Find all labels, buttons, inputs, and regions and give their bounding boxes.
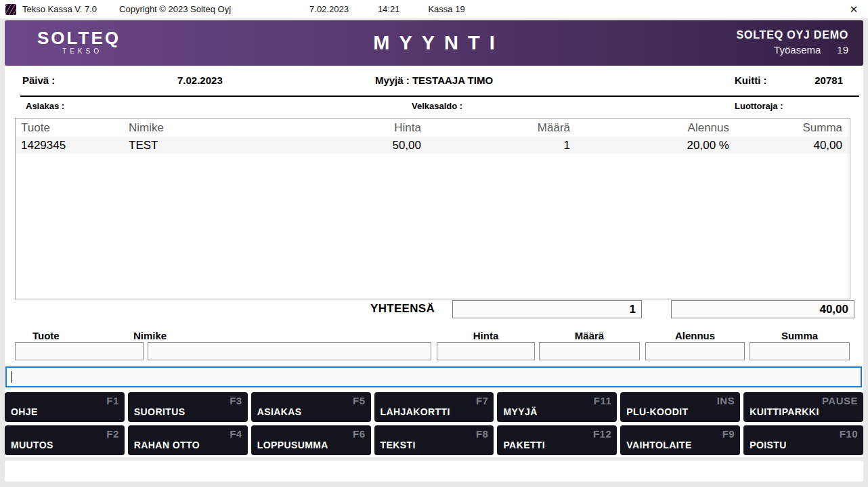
entry-label-summa: Summa xyxy=(750,330,850,341)
seller-label: Myyjä : xyxy=(375,75,410,86)
entry-label-alennus: Alennus xyxy=(645,330,745,341)
text-caret xyxy=(11,371,12,383)
button-suoritus[interactable]: F3 SUORITUS xyxy=(128,392,248,422)
fkey-badge: PAUSE xyxy=(822,395,858,406)
customer-label: Asiakas : xyxy=(26,101,64,111)
cell-quantity: 1 xyxy=(422,139,571,152)
button-asiakas[interactable]: F5 ASIAKAS xyxy=(251,392,371,422)
date-label: Päivä : xyxy=(22,75,55,86)
fkey-badge: F5 xyxy=(353,395,366,406)
credit-limit-label: Luottoraja : xyxy=(735,101,783,111)
entry-label-maara: Määrä xyxy=(539,330,640,341)
button-kuittiparkki[interactable]: PAUSE KUITTIPARKKI xyxy=(743,392,863,422)
button-paketti[interactable]: F12 PAKETTI xyxy=(497,425,617,455)
total-quantity-box: 1 xyxy=(452,300,642,318)
fkey-badge: F3 xyxy=(230,395,242,406)
sum-input[interactable] xyxy=(750,342,850,360)
debt-balance-label: Velkasaldo : xyxy=(412,101,462,111)
product-code-input[interactable] xyxy=(15,342,144,360)
button-ohje[interactable]: F1 OHJE xyxy=(5,392,125,422)
table-row[interactable]: 1429345 TEST 50,00 1 20,00 % 40,00 xyxy=(16,137,850,154)
fkey-badge: F1 xyxy=(106,395,119,406)
app-logo-icon xyxy=(5,4,16,15)
button-poistu[interactable]: F10 POISTU xyxy=(743,425,863,455)
workstation-label: Työasema xyxy=(774,44,821,56)
titlebar-time: 14:21 xyxy=(378,4,400,14)
cell-sum: 40,00 xyxy=(731,139,850,152)
fkey-badge: F9 xyxy=(722,428,735,440)
product-name-input[interactable] xyxy=(148,342,431,360)
fkey-badge: INS xyxy=(717,395,735,406)
total-label: YHTEENSÄ xyxy=(370,302,450,316)
button-lahjakortti[interactable]: F7 LAHJAKORTTI xyxy=(374,392,494,422)
col-header-nimike: Nimike xyxy=(126,121,321,135)
entry-label-tuote: Tuote xyxy=(32,330,60,341)
discount-input[interactable] xyxy=(645,342,745,360)
fkey-badge: F6 xyxy=(353,428,366,440)
col-header-alennus: Alennus xyxy=(571,121,731,135)
window-title: Tekso Kassa V. 7.0 xyxy=(22,4,97,14)
seller-value: TESTAAJA TIMO xyxy=(412,75,493,86)
titlebar-register: Kassa 19 xyxy=(428,4,464,14)
header-right-block: SOLTEQ OYJ DEMO Työasema19 xyxy=(737,29,849,56)
cell-product-code: 1429345 xyxy=(16,139,126,152)
function-button-grid: F1 OHJE F3 SUORITUS F5 ASIAKAS F7 LAHJAK… xyxy=(5,392,863,455)
titlebar: Tekso Kassa V. 7.0 Copyright © 2023 Solt… xyxy=(0,0,868,18)
cell-discount: 20,00 % xyxy=(571,139,731,152)
button-vaihtolaite[interactable]: F9 VAIHTOLAITE xyxy=(620,425,740,455)
app-header: SOLTEQ TEKSO MYYNTI SOLTEQ OYJ DEMO Työa… xyxy=(5,20,863,66)
date-value: 7.02.2023 xyxy=(177,75,223,86)
receipt-number: 20781 xyxy=(815,75,843,86)
col-header-maara: Määrä xyxy=(422,121,571,135)
button-loppusumma[interactable]: F6 LOPPUSUMMA xyxy=(251,425,371,455)
fkey-badge: F12 xyxy=(593,428,611,440)
close-icon[interactable]: ✕ xyxy=(846,2,861,17)
seller-info: Myyjä : TESTAAJA TIMO xyxy=(375,75,493,86)
col-header-summa: Summa xyxy=(731,121,850,135)
fkey-badge: F2 xyxy=(106,428,119,440)
workstation-number: 19 xyxy=(837,44,848,56)
customer-info-row: Asiakas : Velkasaldo : Luottoraja : xyxy=(5,101,863,113)
button-rahan-otto[interactable]: F4 RAHAN OTTO xyxy=(128,425,248,455)
receipt-info-row: Päivä : 7.02.2023 Myyjä : TESTAAJA TIMO … xyxy=(5,75,863,89)
fkey-badge: F7 xyxy=(476,395,489,406)
total-sum-box: 40,00 xyxy=(671,300,854,318)
status-strip xyxy=(5,461,863,482)
page-title: MYYNTI xyxy=(5,32,863,54)
quantity-input[interactable] xyxy=(539,342,640,360)
fkey-badge: F10 xyxy=(840,428,858,440)
col-header-hinta: Hinta xyxy=(321,121,422,135)
receipt-label: Kuitti : xyxy=(735,75,766,86)
copyright-text: Copyright © 2023 Solteq Oyj xyxy=(119,4,231,14)
fkey-badge: F4 xyxy=(230,428,242,440)
table-header-row: Tuote Nimike Hinta Määrä Alennus Summa xyxy=(16,119,850,137)
col-header-tuote: Tuote xyxy=(16,121,126,135)
button-teksti[interactable]: F8 TEKSTI xyxy=(374,425,494,455)
company-name: SOLTEQ OYJ DEMO xyxy=(737,29,849,41)
entry-label-hinta: Hinta xyxy=(437,330,535,341)
button-muutos[interactable]: F2 MUUTOS xyxy=(5,425,125,455)
price-input[interactable] xyxy=(437,342,535,360)
entry-label-nimike: Nimike xyxy=(133,330,167,341)
workstation-info: Työasema19 xyxy=(737,44,849,56)
button-myyja[interactable]: F11 MYYJÄ xyxy=(497,392,617,422)
cell-price: 50,00 xyxy=(321,139,422,152)
sales-lines-table: Tuote Nimike Hinta Määrä Alennus Summa 1… xyxy=(15,118,850,299)
fkey-badge: F8 xyxy=(476,428,489,440)
fkey-badge: F11 xyxy=(594,395,612,406)
button-plu-koodit[interactable]: INS PLU-KOODIT xyxy=(620,392,740,422)
command-input[interactable] xyxy=(5,366,862,387)
titlebar-date: 7.02.2023 xyxy=(309,4,349,14)
cell-product-name: TEST xyxy=(126,139,321,152)
divider-line xyxy=(20,96,859,97)
